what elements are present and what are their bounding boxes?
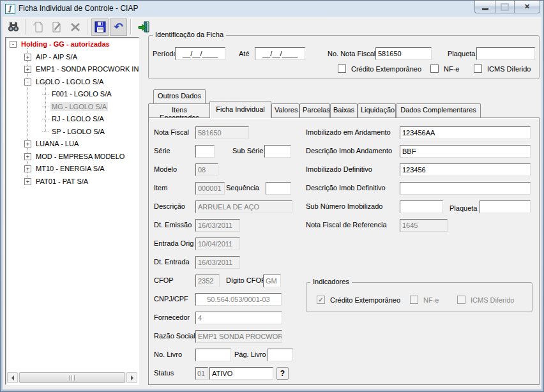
tree-horizontal-scrollbar[interactable]: [7, 372, 137, 383]
exit-button[interactable]: [135, 19, 152, 36]
tree-node-lgolo[interactable]: - LGOLO - LGOLO S/A: [24, 77, 105, 87]
tree-node-label[interactable]: EMP1 - SONDA PROCWORK INFOR: [34, 64, 139, 73]
tree-expand-icon[interactable]: +: [24, 54, 31, 61]
periodo-label: Período: [153, 50, 178, 57]
tree-node-f001[interactable]: F001 - LGOLO S/A: [42, 89, 113, 99]
imob-definitivo-label: Imobilizado Definitivo: [306, 165, 372, 173]
status-help-button[interactable]: ?: [276, 367, 289, 380]
modelo-field: 08: [195, 163, 218, 176]
tree-node-mt10[interactable]: + MT10 - ENERGIA S/A: [24, 163, 106, 174]
identificacao-group-title: Identificação da Ficha: [153, 31, 226, 38]
tree-node-mod[interactable]: + MOD - EMPRESA MODELO: [24, 151, 126, 162]
indicador-nfe-label: NF-e: [423, 296, 439, 304]
serie-field[interactable]: [195, 145, 215, 158]
tab-liquidacao[interactable]: Liquidação: [358, 103, 396, 117]
client-area: ↶ - Holding - GG - autorizadas + AI: [3, 17, 541, 389]
new-document-icon: [31, 20, 45, 34]
tree-node-holding[interactable]: - Holding - GG - autorizadas: [10, 39, 111, 49]
tree-node-label[interactable]: AIP - AIP S/A: [34, 52, 79, 61]
digito-cfop-label: Dígito CFOP: [226, 276, 266, 284]
tree-node-luana[interactable]: + LUANA - LUA: [24, 139, 80, 149]
scroll-right-arrow[interactable]: [126, 372, 137, 383]
tab-outros-dados[interactable]: Outros Dados: [153, 89, 206, 104]
title-bar[interactable]: ∫ Ficha Individual de Controle - CIAP ✕: [1, 1, 543, 17]
desc-imob-andamento-field[interactable]: BBF: [400, 145, 531, 158]
icms-diferido-checkbox-label[interactable]: ICMS Diferido: [487, 65, 531, 73]
tree-expand-icon[interactable]: +: [24, 153, 31, 160]
tree-node-label[interactable]: LUANA - LUA: [34, 139, 80, 148]
tree-node-label[interactable]: MT10 - ENERGIA S/A: [34, 164, 106, 173]
credito-extemporaneo-checkbox-label[interactable]: Crédito Extemporâneo: [351, 65, 421, 73]
tree-connector: [42, 132, 49, 132]
periodo-date-field[interactable]: __/__/____: [175, 47, 225, 60]
tree-node-aip[interactable]: + AIP - AIP S/A: [24, 52, 79, 62]
minimize-icon: [482, 8, 488, 10]
nfe-checkbox-label[interactable]: NF-e: [444, 65, 459, 73]
tree-node-label[interactable]: SP - LGOLO S/A: [50, 127, 106, 136]
tab-parcelas[interactable]: Parcelas: [299, 103, 330, 117]
tree-node-label[interactable]: RJ - LGOLO S/A: [50, 114, 105, 123]
no-livro-field[interactable]: [195, 349, 231, 361]
scroll-left-arrow[interactable]: [7, 372, 18, 383]
undo-button[interactable]: ↶: [110, 19, 127, 36]
find-button[interactable]: [4, 19, 22, 36]
pag-livro-field[interactable]: [268, 349, 293, 361]
plaqueta-field[interactable]: [476, 47, 535, 60]
razao-social-label: Razão Social: [154, 332, 195, 340]
scrollbar-track[interactable]: [18, 372, 126, 383]
tree-expand-icon[interactable]: +: [24, 66, 31, 73]
plaqueta2-field[interactable]: [480, 200, 531, 213]
tree-node-label[interactable]: MOD - EMPRESA MODELO: [34, 152, 126, 161]
tree-node-label[interactable]: LGOLO - LGOLO S/A: [34, 77, 105, 86]
sequencia-field[interactable]: [266, 182, 291, 195]
indicador-credito-extemporaneo-label: Crédito Extemporâneo: [330, 296, 400, 304]
scrollbar-thumb[interactable]: [19, 372, 125, 383]
close-button[interactable]: ✕: [514, 1, 540, 13]
save-button[interactable]: [91, 19, 109, 36]
imob-definitivo-field[interactable]: 123456: [400, 163, 531, 176]
indicadores-groupbox: Indicadores ✓ Crédito Extemporâneo NF-e …: [306, 282, 533, 312]
no-nota-fiscal-field[interactable]: 581650: [375, 47, 432, 60]
tree-expand-icon[interactable]: +: [24, 178, 31, 185]
toolbar: ↶: [4, 18, 153, 36]
indicador-icms-diferido-checkbox: [457, 296, 465, 304]
item-label: Item: [154, 184, 167, 192]
tab-label: Dados Complementares: [397, 104, 480, 114]
tree-expand-icon[interactable]: +: [24, 165, 31, 172]
left-triangle-icon: [9, 375, 14, 381]
tree-node-label[interactable]: PAT01 - PAT S/A: [34, 177, 89, 186]
app-icon: ∫: [5, 4, 15, 14]
tree-node-label[interactable]: MG - LGOLO S/A: [50, 102, 108, 111]
tab-baixas[interactable]: Baixas: [330, 103, 358, 117]
tree-node-label[interactable]: Holding - GG - autorizadas: [20, 40, 111, 49]
tree-node-label[interactable]: F001 - LGOLO S/A: [50, 89, 113, 98]
tree-node-mg-selected[interactable]: MG - LGOLO S/A: [42, 102, 108, 112]
identificacao-groupbox: Identificação da Ficha Período __/__/___…: [148, 35, 540, 79]
tree-node-pat01[interactable]: + PAT01 - PAT S/A: [24, 176, 89, 186]
desc-imob-definitivo-field[interactable]: [400, 182, 531, 195]
ate-date-field[interactable]: __/__/____: [255, 47, 305, 60]
status-value-field[interactable]: ATIVO: [209, 367, 273, 380]
tab-itens-encontrados[interactable]: Itens Encontrados: [148, 103, 211, 117]
tree-collapse-icon[interactable]: -: [24, 79, 31, 86]
delete-x-icon: [68, 20, 82, 34]
tree-node-sp[interactable]: SP - LGOLO S/A: [42, 126, 106, 137]
imob-andamento-field[interactable]: 123456AA: [400, 126, 531, 139]
desc-imob-andamento-label: Descrição Imob Andamento: [306, 147, 392, 155]
tree-node-rj[interactable]: RJ - LGOLO S/A: [42, 114, 105, 124]
nota-fiscal-label: Nota Fiscal: [154, 128, 189, 136]
minimize-button[interactable]: [474, 1, 495, 13]
tree-node-emp1[interactable]: + EMP1 - SONDA PROCWORK INFOR: [24, 64, 139, 74]
tab-valores[interactable]: Valores: [271, 103, 299, 117]
icms-diferido-checkbox[interactable]: [474, 64, 482, 73]
tree-collapse-icon[interactable]: -: [10, 41, 17, 48]
tree-expand-icon[interactable]: +: [24, 140, 31, 147]
sub-numero-field[interactable]: [400, 200, 443, 213]
sub-numero-label: Sub Número Imobilizado: [306, 202, 382, 210]
nfe-checkbox[interactable]: [430, 64, 439, 73]
sub-serie-field[interactable]: [264, 145, 291, 158]
tab-ficha-individual[interactable]: Ficha Individual: [209, 101, 271, 118]
tab-dados-complementares[interactable]: Dados Complementares: [396, 103, 481, 117]
credito-extemporaneo-checkbox[interactable]: [338, 64, 346, 73]
binoculars-icon: [6, 20, 20, 34]
